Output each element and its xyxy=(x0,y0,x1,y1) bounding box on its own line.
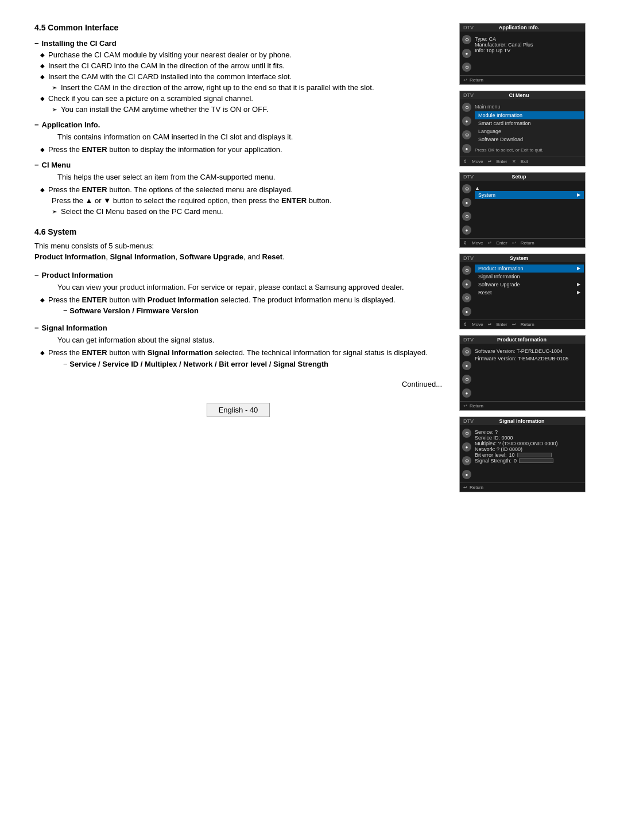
arrow-icon: ➣ xyxy=(52,208,57,216)
panel-footer: ↩ Return xyxy=(460,483,585,492)
ci-menu-item-1: Smart card Information xyxy=(475,119,584,127)
main-menu-label: Main menu xyxy=(475,104,584,110)
dtv-label: DTV xyxy=(463,255,474,261)
move-label: Move xyxy=(472,240,483,246)
section-46-heading: 4.6 System xyxy=(34,227,442,236)
bit-error-label: Bit error level: xyxy=(475,452,507,458)
bullet-item: ◆ Insert the CAM with the CI CARD instal… xyxy=(34,72,442,81)
tv-icon-3: ⚙ xyxy=(462,130,471,139)
signal-info-panel: DTV Signal Information ⚙ ● ⚙ ● Service: … xyxy=(459,417,586,492)
bullet-item: ◆ Insert the CI CARD into the CAM in the… xyxy=(34,61,442,70)
return-label: Return xyxy=(470,485,483,490)
installing-ci-label: Installing the CI Card xyxy=(42,39,117,48)
tv-icon-3: ⚙ xyxy=(462,456,471,465)
panel-header: DTV System xyxy=(460,254,585,262)
arrow-icon: ➣ xyxy=(52,84,57,92)
network-line: Network: ? (ID 0000) xyxy=(475,446,584,452)
exit-label: Exit xyxy=(521,159,528,164)
type-line: Type: CA xyxy=(475,36,584,42)
diamond-icon: ◆ xyxy=(40,146,45,153)
system-item-highlighted: System ▶ xyxy=(475,191,584,199)
tv-icon-1: ⚙ xyxy=(462,103,471,112)
panel-header: DTV Product Information xyxy=(460,336,585,344)
bullet-item: ◆ Press the ENTER button with Signal Inf… xyxy=(34,348,442,357)
signal-strength-value: 0 xyxy=(514,458,517,464)
sw-version: Software Version: T-PERLDEUC-1004 xyxy=(475,348,584,354)
panel-header: DTV Application Info. xyxy=(460,24,585,32)
dtv-label: DTV xyxy=(463,174,474,180)
tv-icon-4: ● xyxy=(462,144,471,153)
section-46-title: 4.6 System xyxy=(34,227,76,236)
content-col: Software Version: T-PERLDEUC-1004 Firmwa… xyxy=(474,344,585,401)
bullet-item: Press the ▲ or ▼ button to select the re… xyxy=(34,196,442,205)
panel-footer: ↩ Return xyxy=(460,401,585,410)
section-45-title: 4.5 Common Interface xyxy=(34,23,118,32)
product-info-panel: DTV Product Information ⚙ ● ⚙ ● Software… xyxy=(459,335,586,411)
ci-menu-item-3: Software Download xyxy=(475,135,584,143)
tv-icon-4: ● xyxy=(462,225,471,235)
tv-icon-1: ⚙ xyxy=(462,184,471,193)
section-45-heading: 4.5 Common Interface xyxy=(34,23,442,32)
signal-strength-line: Signal Strength: 0 xyxy=(475,458,584,464)
return-icon: ↩ xyxy=(463,403,467,409)
bullet-item: ◆ Press the ENTER button. The options of… xyxy=(34,185,442,194)
signal-strength-bar xyxy=(519,458,553,463)
system-menu-panel: DTV System ⚙ ● ⚙ ● Product Information ▶ xyxy=(459,254,586,329)
panel-header: DTV Setup xyxy=(460,173,585,181)
nav-row: ⇕ Move ↵ Enter ↩ Return xyxy=(460,320,585,329)
continued-text: Continued... xyxy=(34,380,442,388)
installing-ci-heading: − Installing the CI Card xyxy=(34,39,442,48)
enter-icon: ↵ xyxy=(488,322,492,327)
tv-icon-3: ⚙ xyxy=(462,375,471,384)
bit-error-line: Bit error level: 10 xyxy=(475,452,584,458)
nav-row: ⇕ Move ↵ Enter ↩ Return xyxy=(460,238,585,247)
product-info-bullets: ◆ Press the ENTER button with Product In… xyxy=(34,295,442,304)
signal-info-label: Signal Information xyxy=(42,324,107,332)
tv-icon-3: ⚙ xyxy=(462,212,471,221)
product-info-label: Product Information xyxy=(42,271,113,279)
ci-menu-instruction: Press OK to select, or Exit to quit. xyxy=(475,146,584,154)
return-icon: ↩ xyxy=(463,77,467,83)
diamond-icon: ◆ xyxy=(40,63,45,69)
service-line: Service: ? xyxy=(475,429,584,435)
panel-body-area: ⚙ ● ⚙ Type: CA Manufacturer: Canal Plus … xyxy=(460,32,585,75)
system-description: This menu consists of 5 sub-menus: Produ… xyxy=(34,241,442,262)
panel-body-area: ⚙ ● ⚙ ● Product Information ▶ Signal Inf… xyxy=(460,262,585,320)
panel-header: DTV CI Menu xyxy=(460,91,585,99)
panel-body-area: ⚙ ● ⚙ ● Software Version: T-PERLDEUC-100… xyxy=(460,344,585,401)
bit-error-value: 10 xyxy=(509,452,515,458)
panel-title: Signal Information xyxy=(499,418,544,424)
multiplex-line: Multiplex: ? (TSID 0000,ONID 0000) xyxy=(475,441,584,446)
tv-icon-1: ⚙ xyxy=(462,35,471,44)
bit-error-bar xyxy=(517,453,552,457)
system-menu-item-0: Product Information ▶ xyxy=(475,265,584,273)
signal-info-description: You can get information about the signal… xyxy=(34,335,442,345)
panel-title: Product Information xyxy=(497,337,547,343)
page-content: 4.5 Common Interface − Installing the CI… xyxy=(34,23,586,492)
return-icon: ↩ xyxy=(463,485,467,490)
panel-body-area: ⚙ ● ⚙ ● ▲ System ▶ xyxy=(460,181,585,238)
product-info-description: You can view your product information. F… xyxy=(34,282,442,293)
app-info-heading: − Application Info. xyxy=(34,120,442,129)
tv-icon-2: ● xyxy=(462,361,471,370)
enter-label: Enter xyxy=(497,322,507,327)
exit-icon: ✕ xyxy=(512,159,516,164)
icon-col: ⚙ ● ⚙ ● xyxy=(460,181,474,238)
arrow-icon: ➣ xyxy=(52,106,57,114)
system-menu-item-3: Reset ▶ xyxy=(475,289,584,297)
return-icon: ↩ xyxy=(512,240,516,246)
tv-icon-3: ⚙ xyxy=(462,293,471,302)
arrow-item-2: ➣ You can install the CAM anytime whethe… xyxy=(34,105,442,114)
right-column: DTV Application Info. ⚙ ● ⚙ Type: CA Man… xyxy=(459,23,586,492)
diamond-icon: ◆ xyxy=(40,52,45,58)
panel-title: System xyxy=(510,255,528,261)
tv-icon-2: ● xyxy=(462,116,471,126)
manufacturer-line: Manufacturer: Canal Plus xyxy=(475,42,584,48)
tv-icon-3: ⚙ xyxy=(462,63,471,72)
installing-ci-bullets-2: ◆ Check if you can see a picture on a sc… xyxy=(34,94,442,103)
signal-info-bullets: ◆ Press the ENTER button with Signal Inf… xyxy=(34,348,442,357)
move-label: Move xyxy=(472,322,483,327)
icon-col: ⚙ ● ⚙ ● xyxy=(460,344,474,401)
content-col: Type: CA Manufacturer: Canal Plus Info: … xyxy=(474,32,585,75)
app-info-label: Application Info. xyxy=(42,120,100,129)
